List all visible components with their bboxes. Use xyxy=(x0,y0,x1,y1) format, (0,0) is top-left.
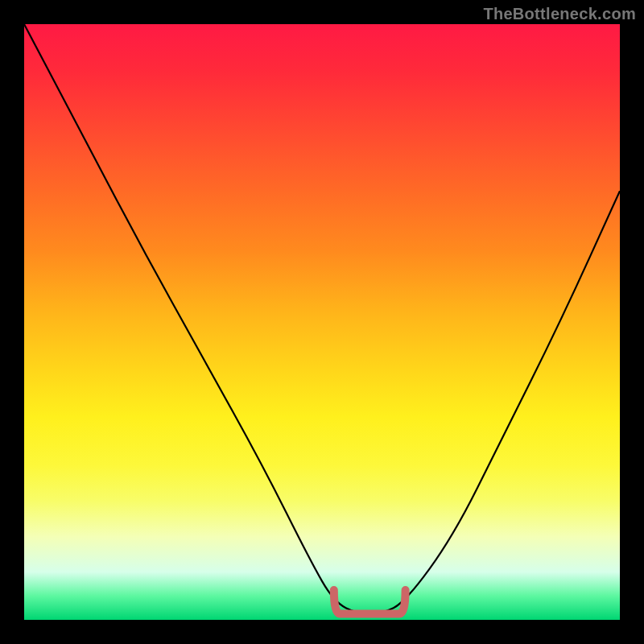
watermark-text: TheBottleneck.com xyxy=(483,5,636,23)
valley-accent xyxy=(334,590,406,614)
bottleneck-curve xyxy=(24,24,620,614)
chart-svg xyxy=(24,24,620,620)
chart-frame: TheBottleneck.com xyxy=(0,0,644,644)
